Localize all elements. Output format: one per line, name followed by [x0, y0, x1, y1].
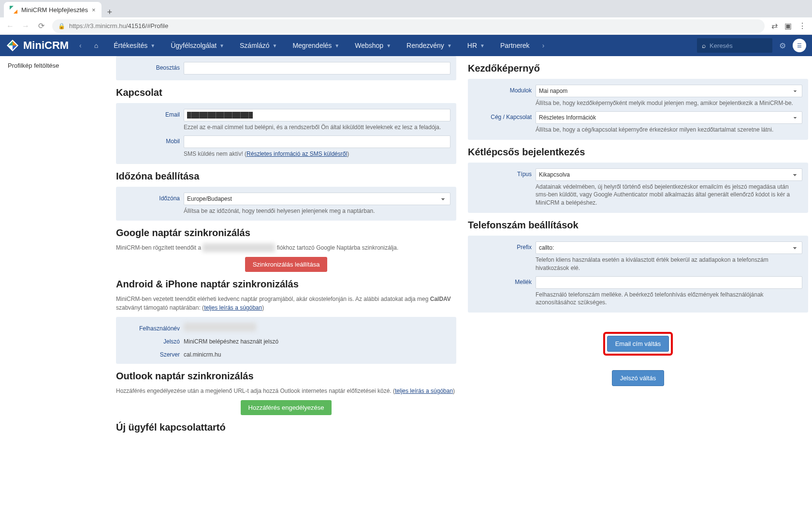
mobil-input[interactable]	[184, 135, 450, 148]
search-box[interactable]: ⌕	[697, 38, 772, 53]
chevron-down-icon: ▼	[480, 43, 485, 48]
modulok-select[interactable]: Mai napom	[536, 85, 802, 97]
search-icon: ⌕	[702, 42, 706, 49]
mobile-sync-desc: MiniCRM-ben vezetett teendőit elérheti k…	[116, 295, 456, 312]
modulok-label: Modulok	[474, 85, 532, 94]
nav-item-rendezveny[interactable]: Rendezvény▼	[400, 35, 459, 56]
server-label: Szerver	[122, 349, 180, 358]
password-change-button[interactable]: Jelszó váltás	[612, 370, 664, 386]
main-nav: MiniCRM ‹ ⌂ Értékesítés▼ Ügyfélszolgálat…	[0, 35, 812, 56]
mobil-label: Mobil	[122, 135, 180, 145]
gcal-desc: MiniCRM-ben rögzített teendőit a hidden …	[116, 243, 456, 252]
browser-toolbar: ← → ⟳ 🔒 https://r3.minicrm.hu/41516/#Pro…	[0, 17, 812, 35]
prefix-label: Prefix	[474, 241, 532, 251]
timezone-title: Időzóna beállítása	[116, 171, 456, 182]
mellek-input[interactable]	[536, 276, 802, 289]
chevron-down-icon: ▼	[447, 43, 452, 48]
nav-item-partnerek[interactable]: Partnerek	[493, 35, 536, 56]
timezone-select[interactable]: Europe/Budapest	[184, 193, 450, 205]
tab-title: MiniCRM Helpfejlesztés	[21, 6, 88, 14]
logo-icon	[6, 39, 19, 52]
left-column: Beosztás Kapcsolat Email Ezzel az e-mail…	[116, 56, 456, 508]
kapcsolat-title: Kapcsolat	[116, 87, 456, 98]
logo-text: MiniCRM	[23, 39, 69, 52]
home-screen-title: Kezdőképernyő	[468, 63, 808, 74]
email-input[interactable]	[184, 109, 450, 121]
browser-tab-strip: MiniCRM Helpfejlesztés × +	[0, 0, 812, 17]
caldav-help-link[interactable]: teljes leírás a súgóban	[204, 304, 262, 311]
mellek-help: Felhasználó telefonszám melléke. A beérk…	[536, 291, 802, 307]
phone-title: Telefonszám beállítások	[468, 220, 808, 231]
nav-item-ugyfelszolgalat[interactable]: Ügyfélszolgálat▼	[164, 35, 231, 56]
nav-item-hr[interactable]: HR▼	[461, 35, 492, 56]
ceg-label: Cég / Kapcsolat	[474, 111, 532, 120]
chevron-down-icon: ▼	[272, 43, 277, 48]
ceg-help: Állítsa be, hogy a cég/kapcsolat képerny…	[536, 126, 802, 134]
timezone-help: Állítsa be az időzónát, hogy teendői hel…	[184, 207, 450, 215]
extension-icon[interactable]: ▣	[784, 21, 792, 30]
email-label: Email	[122, 109, 180, 118]
nav-home[interactable]: ⌂	[87, 35, 105, 56]
prefix-select[interactable]: callto:	[536, 241, 802, 254]
username-label: Felhasználónév	[122, 323, 180, 332]
avatar[interactable]: ☰	[793, 39, 806, 52]
outlook-desc: Hozzáférés engedélyezése után a megjelen…	[116, 387, 456, 395]
ujugyfel-title: Új ügyfél kapcsolattartó	[116, 422, 456, 433]
gear-icon[interactable]: ⚙	[779, 41, 786, 50]
timezone-label: Időzóna	[122, 193, 180, 202]
mobile-sync-title: Android & iPhone naptár szinkronizálás	[116, 279, 456, 290]
sidebar: Profilkép feltöltése	[0, 56, 116, 508]
beosztas-label: Beosztás	[122, 62, 180, 71]
browser-tab[interactable]: MiniCRM Helpfejlesztés ×	[4, 2, 102, 17]
tipus-help: Adatainak védelmében, új helyről történő…	[536, 183, 802, 207]
back-icon[interactable]: ←	[6, 22, 14, 30]
nav-item-webshop[interactable]: Webshop▼	[348, 35, 398, 56]
sms-info-link[interactable]: Részletes információ az SMS küldésről	[246, 150, 347, 157]
new-tab-button[interactable]: +	[102, 7, 118, 17]
nav-scroll-right-icon[interactable]: ›	[538, 42, 549, 49]
beosztas-input[interactable]	[184, 62, 450, 75]
outlook-title: Outlook naptár szinkronizálás	[116, 371, 456, 382]
tipus-label: Típus	[474, 168, 532, 178]
password-label: Jelszó	[122, 336, 180, 345]
right-column: Kezdőképernyő Modulok Mai napom Állítsa …	[468, 56, 808, 508]
mellek-label: Mellék	[474, 276, 532, 285]
email-change-button[interactable]: Email cím váltás	[607, 336, 669, 352]
search-input[interactable]	[710, 42, 768, 49]
address-bar[interactable]: 🔒 https://r3.minicrm.hu/41516/#Profile	[52, 19, 765, 33]
outlook-enable-button[interactable]: Hozzáférés engedélyezése	[241, 400, 332, 415]
menu-icon[interactable]: ⋮	[798, 21, 806, 30]
forward-icon[interactable]: →	[21, 22, 30, 30]
tipus-select[interactable]: Kikapcsolva	[536, 168, 802, 181]
logo[interactable]: MiniCRM	[6, 39, 69, 52]
nav-item-szamlazo[interactable]: Számlázó▼	[233, 35, 284, 56]
tab-favicon	[10, 6, 17, 14]
chevron-down-icon: ▼	[219, 43, 224, 48]
nav-item-megrendeles[interactable]: Megrendelés▼	[286, 35, 346, 56]
gcal-stop-button[interactable]: Szinkronizálás leállítása	[245, 257, 328, 272]
tab-close-icon[interactable]: ×	[92, 6, 96, 14]
chevron-down-icon: ▼	[386, 43, 391, 48]
twofa-title: Kétlépcsős bejelentkezés	[468, 147, 808, 158]
chevron-down-icon: ▼	[150, 43, 155, 48]
server-value: cal.minicrm.hu	[184, 349, 450, 358]
lock-icon: 🔒	[58, 23, 65, 30]
reload-icon[interactable]: ⟳	[37, 21, 45, 30]
modulok-help: Állítsa be, hogy kezdőképernyőként melyi…	[536, 99, 802, 107]
username-value: hidden	[184, 323, 256, 331]
chevron-down-icon: ▼	[334, 43, 339, 48]
profile-upload-link[interactable]: Profilkép feltöltése	[8, 62, 108, 69]
translate-icon[interactable]: ⇄	[771, 21, 778, 30]
prefix-help: Telefon kliens használata esetén a kivál…	[536, 256, 802, 272]
outlook-help-link[interactable]: teljes leírás a súgóban	[395, 388, 453, 394]
ceg-select[interactable]: Részletes Információk	[536, 111, 802, 124]
sms-help: SMS küldés nem aktív! (Részletes informá…	[184, 150, 450, 158]
home-icon: ⌂	[94, 42, 98, 49]
email-help: Ezzel az e-mail címmel tud belépni, és a…	[184, 123, 450, 132]
email-change-highlight: Email cím váltás	[603, 332, 673, 356]
nav-item-ertekesites[interactable]: Értékesítés▼	[107, 35, 162, 56]
nav-scroll-left-icon[interactable]: ‹	[75, 42, 86, 49]
gcal-title: Google naptár szinkronizálás	[116, 227, 456, 239]
password-value: MiniCRM belépéshez használt jelszó	[184, 336, 450, 345]
